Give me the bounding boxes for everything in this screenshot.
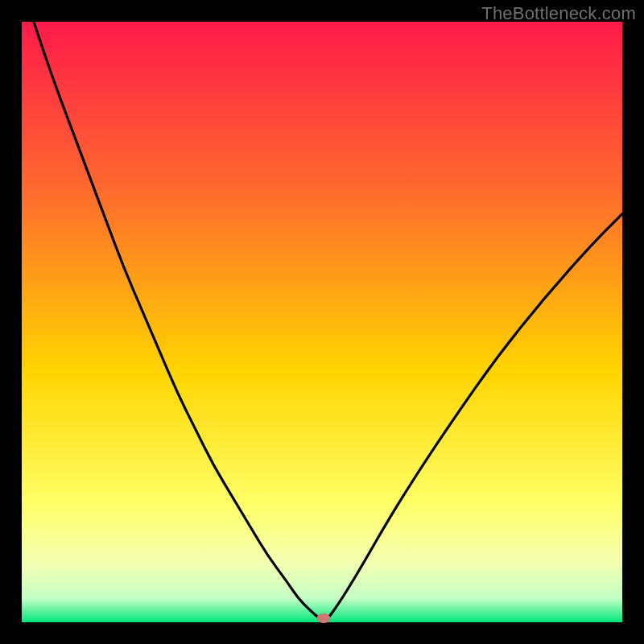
plot-background <box>22 22 622 622</box>
attribution-label: TheBottleneck.com <box>481 3 636 24</box>
bottleneck-chart <box>0 0 644 644</box>
chart-stage: TheBottleneck.com <box>0 0 644 644</box>
optimum-marker <box>317 614 330 623</box>
